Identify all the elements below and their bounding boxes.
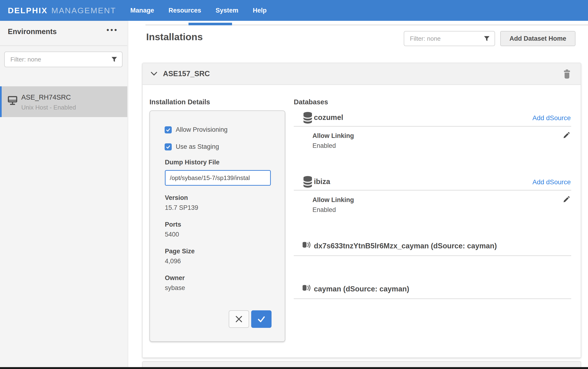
allow-linking-value: Enabled	[313, 142, 336, 150]
add-dataset-home-button[interactable]: Add Dataset Home	[500, 31, 576, 46]
ports-value: 5400	[165, 231, 179, 238]
use-as-staging-checkbox[interactable]	[165, 143, 172, 150]
checkbox-row-allow-provisioning: Allow Provisioning	[165, 126, 228, 133]
brand-primary: DELPHIX	[8, 6, 48, 15]
main-filter-box	[404, 31, 495, 46]
bottom-edge-strip	[0, 367, 588, 369]
installation-details-panel: Allow Provisioning Use as Staging Dump H…	[150, 111, 285, 342]
database-divider	[294, 190, 571, 190]
allow-provisioning-label: Allow Provisioning	[176, 126, 228, 133]
use-as-staging-label: Use as Staging	[176, 143, 219, 150]
allow-linking-value: Enabled	[313, 206, 336, 214]
ellipsis-menu-icon[interactable]: •••	[106, 26, 118, 34]
owner-value: sybase	[165, 284, 185, 292]
allow-provisioning-checkbox[interactable]	[165, 126, 172, 133]
installation-card: ASE157_SRC Installation Details Allow Pr…	[142, 63, 581, 358]
sidebar-title: Environments	[8, 27, 57, 36]
nav-item-help[interactable]: Help	[253, 7, 267, 14]
filter-funnel-icon[interactable]	[111, 56, 117, 62]
sidebar-item-environment[interactable]: ASE_RH74SRC Unix Host - Enabled	[0, 86, 127, 117]
dump-history-label: Dump History File	[165, 159, 220, 166]
brand-logo: DELPHIX MANAGEMENT	[8, 0, 116, 21]
database-name: ibiza	[314, 177, 330, 186]
sidebar-filter-input[interactable]	[5, 52, 122, 67]
dsource-name: dx7s633tnzYtnB5lr6Mzx_cayman (dSource: c…	[314, 242, 497, 250]
page-title: Installations	[146, 31, 203, 42]
version-value: 15.7 SP139	[165, 204, 198, 211]
sidebar-filter-box	[4, 51, 122, 67]
installation-card-header[interactable]: ASE157_SRC	[143, 63, 581, 85]
environment-name: ASE_RH74SRC	[21, 93, 71, 101]
edit-pencil-icon[interactable]	[562, 195, 570, 204]
dsource-icon	[302, 284, 312, 293]
trash-icon[interactable]	[563, 69, 571, 79]
nav-item-resources[interactable]: Resources	[169, 7, 201, 14]
version-label: Version	[165, 194, 188, 202]
database-icon	[303, 176, 313, 188]
database-icon	[303, 112, 313, 124]
nav-item-manage[interactable]: Manage	[130, 7, 154, 14]
active-tab-indicator	[189, 23, 232, 25]
owner-label: Owner	[165, 274, 185, 282]
database-divider	[294, 256, 571, 256]
allow-linking-label: Allow Linking	[313, 132, 354, 140]
cancel-button[interactable]	[229, 310, 249, 328]
dsource-icon	[302, 241, 312, 250]
filter-funnel-icon[interactable]	[484, 35, 490, 42]
top-navbar: DELPHIX MANAGEMENT Manage Resources Syst…	[0, 0, 588, 21]
app-root: DELPHIX MANAGEMENT Manage Resources Syst…	[0, 0, 588, 369]
chevron-down-icon[interactable]	[151, 71, 158, 77]
dump-history-input[interactable]	[165, 170, 271, 186]
installation-title: ASE157_SRC	[163, 70, 210, 78]
environments-sidebar: Environments ••• ASE_RH74SRC Unix Host -…	[0, 21, 127, 369]
databases-heading: Databases	[294, 98, 328, 106]
sidebar-divider	[0, 45, 127, 46]
checkbox-row-use-as-staging: Use as Staging	[165, 143, 219, 150]
add-dsource-link[interactable]: Add dSource	[532, 178, 571, 186]
confirm-button[interactable]	[251, 310, 272, 328]
database-divider	[294, 298, 571, 299]
nav-item-system[interactable]: System	[216, 7, 238, 14]
page-size-value: 4,096	[165, 257, 181, 265]
main-nav: Manage Resources System Help	[130, 0, 267, 21]
brand-secondary: MANAGEMENT	[51, 6, 116, 15]
installation-details-heading: Installation Details	[150, 98, 210, 106]
database-divider	[294, 126, 571, 127]
ports-label: Ports	[165, 221, 181, 228]
environment-status: Unix Host - Enabled	[21, 104, 76, 111]
host-icon	[8, 96, 18, 106]
allow-linking-label: Allow Linking	[313, 196, 354, 204]
main-filter-input[interactable]	[404, 31, 495, 46]
add-dsource-link[interactable]: Add dSource	[532, 114, 571, 122]
database-name: cozumel	[314, 113, 343, 122]
page-size-label: Page Size	[165, 248, 195, 255]
edit-pencil-icon[interactable]	[562, 131, 570, 139]
dsource-name: cayman (dSource: cayman)	[314, 285, 409, 293]
selected-accent-bar	[0, 86, 2, 117]
